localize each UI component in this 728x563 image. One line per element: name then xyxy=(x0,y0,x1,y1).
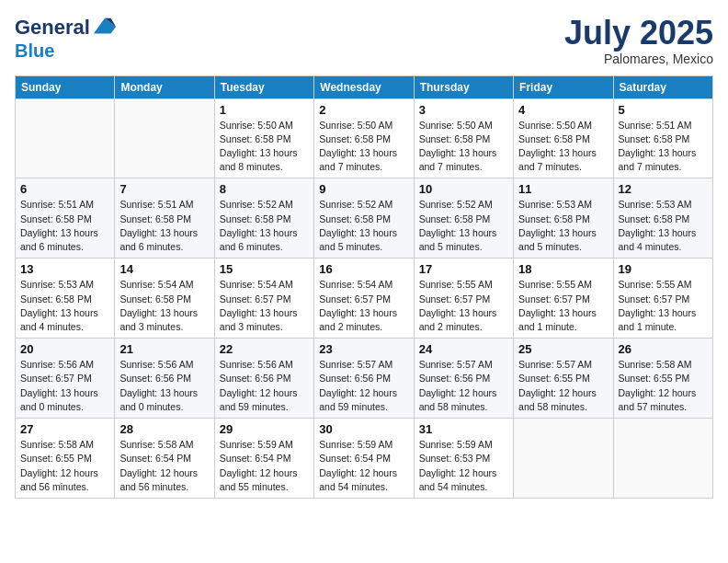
day-info: Sunrise: 5:51 AM Sunset: 6:58 PM Dayligh… xyxy=(20,198,109,254)
day-number: 4 xyxy=(518,103,608,117)
day-cell: 8Sunrise: 5:52 AM Sunset: 6:58 PM Daylig… xyxy=(214,178,313,259)
day-info: Sunrise: 5:53 AM Sunset: 6:58 PM Dayligh… xyxy=(20,278,109,334)
day-cell: 20Sunrise: 5:56 AM Sunset: 6:57 PM Dayli… xyxy=(16,339,115,419)
day-cell: 18Sunrise: 5:55 AM Sunset: 6:57 PM Dayli… xyxy=(514,259,613,339)
day-info: Sunrise: 5:55 AM Sunset: 6:57 PM Dayligh… xyxy=(419,278,508,334)
day-number: 30 xyxy=(319,422,408,436)
day-info: Sunrise: 5:56 AM Sunset: 6:56 PM Dayligh… xyxy=(119,358,209,414)
day-cell: 26Sunrise: 5:58 AM Sunset: 6:55 PM Dayli… xyxy=(613,339,712,419)
day-number: 6 xyxy=(20,182,109,196)
day-cell: 15Sunrise: 5:54 AM Sunset: 6:57 PM Dayli… xyxy=(214,259,313,339)
day-number: 10 xyxy=(419,182,508,196)
day-info: Sunrise: 5:51 AM Sunset: 6:58 PM Dayligh… xyxy=(619,119,708,175)
day-cell: 3Sunrise: 5:50 AM Sunset: 6:58 PM Daylig… xyxy=(414,98,513,178)
day-info: Sunrise: 5:54 AM Sunset: 6:58 PM Dayligh… xyxy=(119,278,209,334)
day-cell: 13Sunrise: 5:53 AM Sunset: 6:58 PM Dayli… xyxy=(16,259,115,339)
day-number: 14 xyxy=(119,262,209,276)
day-number: 29 xyxy=(220,422,309,436)
day-cell: 9Sunrise: 5:52 AM Sunset: 6:58 PM Daylig… xyxy=(314,178,414,259)
day-cell: 23Sunrise: 5:57 AM Sunset: 6:56 PM Dayli… xyxy=(314,339,414,419)
day-info: Sunrise: 5:53 AM Sunset: 6:58 PM Dayligh… xyxy=(619,198,708,254)
day-cell: 27Sunrise: 5:58 AM Sunset: 6:55 PM Dayli… xyxy=(16,419,115,499)
day-number: 13 xyxy=(20,262,109,276)
day-cell: 12Sunrise: 5:53 AM Sunset: 6:58 PM Dayli… xyxy=(613,178,712,259)
day-info: Sunrise: 5:50 AM Sunset: 6:58 PM Dayligh… xyxy=(220,119,309,175)
day-number: 21 xyxy=(119,342,209,356)
calendar-body: 1Sunrise: 5:50 AM Sunset: 6:58 PM Daylig… xyxy=(16,98,713,498)
day-number: 27 xyxy=(20,422,109,436)
day-cell xyxy=(16,98,115,178)
weekday-thursday: Thursday xyxy=(414,75,513,98)
day-cell xyxy=(115,98,214,178)
week-row-5: 27Sunrise: 5:58 AM Sunset: 6:55 PM Dayli… xyxy=(16,419,713,499)
day-cell: 10Sunrise: 5:52 AM Sunset: 6:58 PM Dayli… xyxy=(414,178,513,259)
day-cell: 11Sunrise: 5:53 AM Sunset: 6:58 PM Dayli… xyxy=(514,178,613,259)
day-cell: 31Sunrise: 5:59 AM Sunset: 6:53 PM Dayli… xyxy=(414,419,513,499)
day-number: 1 xyxy=(220,103,309,117)
day-number: 16 xyxy=(319,262,408,276)
day-number: 12 xyxy=(619,182,708,196)
day-info: Sunrise: 5:59 AM Sunset: 6:53 PM Dayligh… xyxy=(419,438,508,494)
day-info: Sunrise: 5:52 AM Sunset: 6:58 PM Dayligh… xyxy=(220,198,309,254)
day-number: 26 xyxy=(619,342,708,356)
day-cell: 17Sunrise: 5:55 AM Sunset: 6:57 PM Dayli… xyxy=(414,259,513,339)
calendar-table: SundayMondayTuesdayWednesdayThursdayFrid… xyxy=(15,75,713,499)
day-number: 7 xyxy=(119,182,209,196)
logo-icon xyxy=(92,15,118,40)
day-info: Sunrise: 5:57 AM Sunset: 6:55 PM Dayligh… xyxy=(518,358,608,414)
day-cell: 6Sunrise: 5:51 AM Sunset: 6:58 PM Daylig… xyxy=(16,178,115,259)
day-info: Sunrise: 5:54 AM Sunset: 6:57 PM Dayligh… xyxy=(220,278,309,334)
weekday-wednesday: Wednesday xyxy=(314,75,414,98)
day-number: 8 xyxy=(220,182,309,196)
day-info: Sunrise: 5:50 AM Sunset: 6:58 PM Dayligh… xyxy=(419,119,508,175)
day-info: Sunrise: 5:58 AM Sunset: 6:55 PM Dayligh… xyxy=(20,438,109,494)
week-row-3: 13Sunrise: 5:53 AM Sunset: 6:58 PM Dayli… xyxy=(16,259,713,339)
logo-text: General xyxy=(15,17,90,39)
day-cell xyxy=(613,419,712,499)
day-number: 22 xyxy=(220,342,309,356)
day-number: 25 xyxy=(518,342,608,356)
day-info: Sunrise: 5:53 AM Sunset: 6:58 PM Dayligh… xyxy=(518,198,608,254)
day-info: Sunrise: 5:59 AM Sunset: 6:54 PM Dayligh… xyxy=(220,438,309,494)
day-info: Sunrise: 5:52 AM Sunset: 6:58 PM Dayligh… xyxy=(319,198,408,254)
day-cell: 14Sunrise: 5:54 AM Sunset: 6:58 PM Dayli… xyxy=(115,259,214,339)
weekday-saturday: Saturday xyxy=(613,75,712,98)
day-number: 5 xyxy=(619,103,708,117)
location-text: Palomares, Mexico xyxy=(564,52,713,66)
page-header: General Blue July 2025 Palomares, Mexico xyxy=(15,15,713,66)
day-number: 11 xyxy=(518,182,608,196)
day-info: Sunrise: 5:55 AM Sunset: 6:57 PM Dayligh… xyxy=(619,278,708,334)
weekday-sunday: Sunday xyxy=(16,75,115,98)
day-cell: 1Sunrise: 5:50 AM Sunset: 6:58 PM Daylig… xyxy=(214,98,313,178)
week-row-4: 20Sunrise: 5:56 AM Sunset: 6:57 PM Dayli… xyxy=(16,339,713,419)
day-number: 23 xyxy=(319,342,408,356)
day-cell: 21Sunrise: 5:56 AM Sunset: 6:56 PM Dayli… xyxy=(115,339,214,419)
day-info: Sunrise: 5:56 AM Sunset: 6:57 PM Dayligh… xyxy=(20,358,109,414)
day-cell: 16Sunrise: 5:54 AM Sunset: 6:57 PM Dayli… xyxy=(314,259,414,339)
day-cell: 2Sunrise: 5:50 AM Sunset: 6:58 PM Daylig… xyxy=(314,98,414,178)
day-number: 20 xyxy=(20,342,109,356)
day-info: Sunrise: 5:56 AM Sunset: 6:56 PM Dayligh… xyxy=(220,358,309,414)
day-cell: 28Sunrise: 5:58 AM Sunset: 6:54 PM Dayli… xyxy=(115,419,214,499)
day-number: 24 xyxy=(419,342,508,356)
day-info: Sunrise: 5:57 AM Sunset: 6:56 PM Dayligh… xyxy=(419,358,508,414)
day-number: 9 xyxy=(319,182,408,196)
month-year-title: July 2025 xyxy=(564,15,713,52)
day-number: 18 xyxy=(518,262,608,276)
day-cell xyxy=(514,419,613,499)
day-info: Sunrise: 5:58 AM Sunset: 6:54 PM Dayligh… xyxy=(119,438,209,494)
day-info: Sunrise: 5:51 AM Sunset: 6:58 PM Dayligh… xyxy=(119,198,209,254)
day-info: Sunrise: 5:55 AM Sunset: 6:57 PM Dayligh… xyxy=(518,278,608,334)
day-info: Sunrise: 5:50 AM Sunset: 6:58 PM Dayligh… xyxy=(319,119,408,175)
week-row-1: 1Sunrise: 5:50 AM Sunset: 6:58 PM Daylig… xyxy=(16,98,713,178)
weekday-monday: Monday xyxy=(115,75,214,98)
day-number: 15 xyxy=(220,262,309,276)
day-cell: 5Sunrise: 5:51 AM Sunset: 6:58 PM Daylig… xyxy=(613,98,712,178)
day-info: Sunrise: 5:52 AM Sunset: 6:58 PM Dayligh… xyxy=(419,198,508,254)
day-cell: 4Sunrise: 5:50 AM Sunset: 6:58 PM Daylig… xyxy=(514,98,613,178)
day-info: Sunrise: 5:50 AM Sunset: 6:58 PM Dayligh… xyxy=(518,119,608,175)
day-cell: 7Sunrise: 5:51 AM Sunset: 6:58 PM Daylig… xyxy=(115,178,214,259)
day-info: Sunrise: 5:57 AM Sunset: 6:56 PM Dayligh… xyxy=(319,358,408,414)
day-cell: 25Sunrise: 5:57 AM Sunset: 6:55 PM Dayli… xyxy=(514,339,613,419)
weekday-header-row: SundayMondayTuesdayWednesdayThursdayFrid… xyxy=(16,75,713,98)
